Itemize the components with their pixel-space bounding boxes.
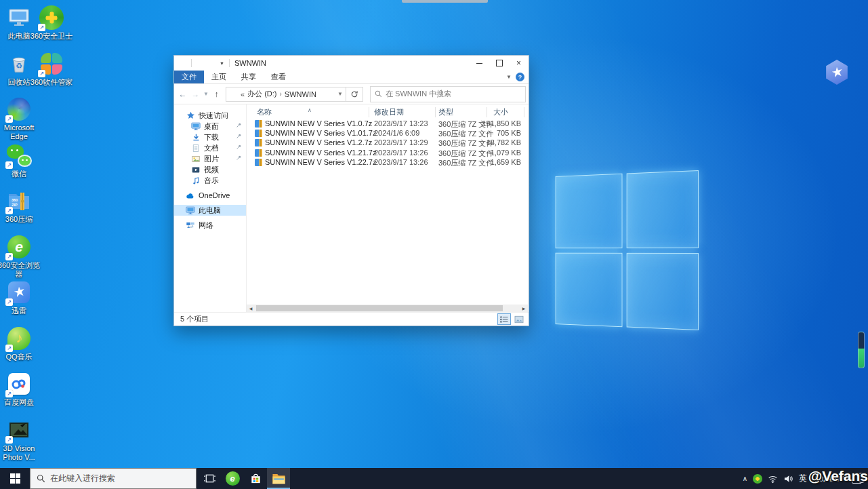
column-separator[interactable]	[487, 107, 487, 117]
nav-item-图片[interactable]: 图片	[174, 153, 246, 164]
nav-item-下载[interactable]: 下载	[174, 132, 246, 142]
column-headers: ∧ 名称修改日期类型大小	[247, 106, 529, 117]
taskbar-button-task-view[interactable]	[198, 468, 221, 489]
nav-item-视频[interactable]: 视频	[174, 164, 246, 175]
logo-pane	[556, 252, 622, 327]
nav-gap	[174, 231, 246, 235]
nav-item-桌面[interactable]: 桌面	[174, 121, 246, 132]
column-header-2[interactable]: 类型	[438, 107, 453, 117]
nav-item-音乐[interactable]: 音乐	[174, 175, 246, 186]
horizontal-scrollbar[interactable]: ◀ ▶	[247, 305, 528, 312]
shortcut-arrow-icon: ↗	[38, 24, 45, 31]
tab-view[interactable]: 查看	[264, 71, 293, 83]
folder-icon[interactable]	[178, 58, 187, 68]
thunder-floating-icon[interactable]	[825, 60, 849, 85]
nav-item-此电脑[interactable]: 此电脑	[174, 205, 246, 216]
maximize-button[interactable]	[489, 56, 509, 71]
acceleration-ball-widget[interactable]	[858, 332, 865, 368]
back-button[interactable]: ←	[177, 90, 188, 99]
taskbar-button-store[interactable]	[244, 468, 267, 489]
taskbar-search-input[interactable]: 在此键入进行搜索	[30, 468, 197, 489]
start-button[interactable]	[0, 468, 30, 489]
desktop-icon-3d-vision[interactable]: ↗3D Vision Photo V...	[0, 418, 41, 462]
monitor-icon	[191, 121, 201, 131]
separator	[229, 59, 230, 67]
titlebar[interactable]: ▼ SWNWIN ×	[174, 56, 529, 71]
details-view-button[interactable]	[497, 313, 511, 325]
autohide-toolbar-strip[interactable]	[402, 0, 488, 3]
file-row[interactable]: SUNWIN NEW V Series V1.01.7z2024/1/6 6:0…	[247, 129, 529, 138]
desktop-icon-360-zip[interactable]: 360ZIP↗360压缩	[0, 189, 41, 224]
nav-item-OneDrive[interactable]: OneDrive	[174, 190, 246, 201]
file-date: 2023/9/17 13:29	[374, 138, 428, 146]
file-row[interactable]: SUNWIN NEW V Series V1.22.7z2023/9/17 13…	[247, 158, 529, 168]
desktop-icon-label: 迅雷	[12, 307, 26, 315]
recent-locations-icon[interactable]: ▼	[203, 91, 209, 97]
address-dropdown-icon[interactable]: ▼	[337, 91, 343, 97]
address-bar[interactable]: « 办公 (D:) › SWNWIN ▼	[226, 87, 346, 102]
column-header-3[interactable]: 大小	[493, 107, 508, 117]
thumbnail-view-button[interactable]	[512, 313, 526, 325]
close-button[interactable]: ×	[509, 56, 529, 71]
tray-360-icon[interactable]	[753, 474, 762, 484]
explorer-search-input[interactable]: 在 SWNWIN 中搜索	[370, 86, 526, 102]
file-size: 1,659 KB	[467, 158, 521, 166]
column-header-0[interactable]: 名称	[257, 107, 272, 117]
sort-ascending-icon[interactable]: ∧	[308, 107, 312, 113]
quick-access-toolbar: ▼	[178, 58, 232, 68]
minimize-button[interactable]	[470, 56, 489, 71]
column-separator[interactable]	[524, 107, 524, 117]
forward-button[interactable]: →	[190, 90, 201, 99]
file-row[interactable]: SUNWIN NEW V Series V1.0.7z2023/9/17 13:…	[247, 119, 529, 129]
column-separator[interactable]	[369, 107, 369, 117]
pin-icon[interactable]	[236, 144, 242, 150]
desktop-icon-baidu-netdisk[interactable]: ↗百度网盘	[0, 372, 41, 407]
pin-icon[interactable]	[236, 122, 242, 128]
help-icon[interactable]: ?	[516, 73, 524, 81]
tab-share[interactable]: 共享	[234, 71, 264, 83]
ime-indicator[interactable]: 英	[799, 473, 807, 484]
this-pc-icon	[7, 5, 31, 30]
breadcrumb-drive[interactable]: 办公 (D:)	[247, 89, 276, 99]
search-icon	[375, 90, 382, 98]
network-icon[interactable]	[768, 474, 778, 484]
desktop-icon-360-safe[interactable]: ↗360安全卫士	[30, 5, 73, 41]
column-header-1[interactable]: 修改日期	[374, 107, 404, 117]
column-separator[interactable]	[435, 107, 436, 117]
shortcut-arrow-icon: ↗	[5, 253, 13, 260]
new-folder-icon[interactable]	[207, 58, 217, 68]
volume-icon[interactable]	[783, 474, 793, 484]
desktop-icon-qq-music[interactable]: ♪↗QQ音乐	[0, 326, 41, 361]
scroll-right-icon[interactable]: ▶	[520, 305, 528, 312]
desktop-icon-edge[interactable]: ↗Microsoft Edge	[0, 97, 41, 141]
desktop-icon-wechat[interactable]: ↗微信	[0, 143, 41, 178]
desktop-icon-360-browser[interactable]: e↗360安全浏览器	[0, 235, 41, 279]
scrollbar-thumb[interactable]	[256, 305, 503, 311]
nav-item-快速访问[interactable]: 快速访问	[174, 110, 246, 121]
scroll-left-icon[interactable]: ◀	[247, 305, 255, 312]
tab-file[interactable]: 文件	[174, 71, 204, 83]
desktop-icon-xunlei[interactable]: ↗迅雷	[0, 280, 41, 315]
refresh-button[interactable]	[346, 87, 363, 102]
nav-item-文档[interactable]: 文档	[174, 142, 246, 153]
file-row[interactable]: SUNWIN NEW V Series V1.21.7z2023/9/17 13…	[247, 149, 529, 158]
chevron-down-icon[interactable]: ▼	[220, 61, 224, 66]
nav-item-网络[interactable]: 网络	[174, 220, 246, 231]
ribbon-collapse-icon[interactable]: ▼	[506, 74, 512, 80]
desktop-icon-label: Microsoft Edge	[0, 123, 41, 141]
tab-home[interactable]: 主页	[204, 71, 234, 83]
up-button[interactable]: ↑	[211, 90, 222, 99]
pin-icon[interactable]	[236, 155, 242, 161]
file-row[interactable]: SUNWIN NEW V Series V1.2.7z2023/9/17 13:…	[247, 138, 529, 148]
scrollbar-track[interactable]	[255, 305, 520, 312]
desktop-icon-360-manager[interactable]: ↗360软件管家	[30, 52, 73, 87]
file-rows: SUNWIN NEW V Series V1.0.7z2023/9/17 13:…	[247, 119, 529, 168]
taskbar-button-file-explorer[interactable]	[267, 468, 290, 489]
breadcrumb-folder[interactable]: SWNWIN	[285, 90, 316, 98]
properties-check-icon[interactable]	[196, 58, 205, 68]
tray-chevron-up-icon[interactable]: ∧	[743, 475, 747, 482]
taskbar-button-360-browser[interactable]: e	[221, 468, 244, 489]
pin-icon[interactable]	[236, 133, 242, 139]
logo-pane	[626, 252, 699, 330]
watermark: @Vefans	[808, 468, 868, 484]
